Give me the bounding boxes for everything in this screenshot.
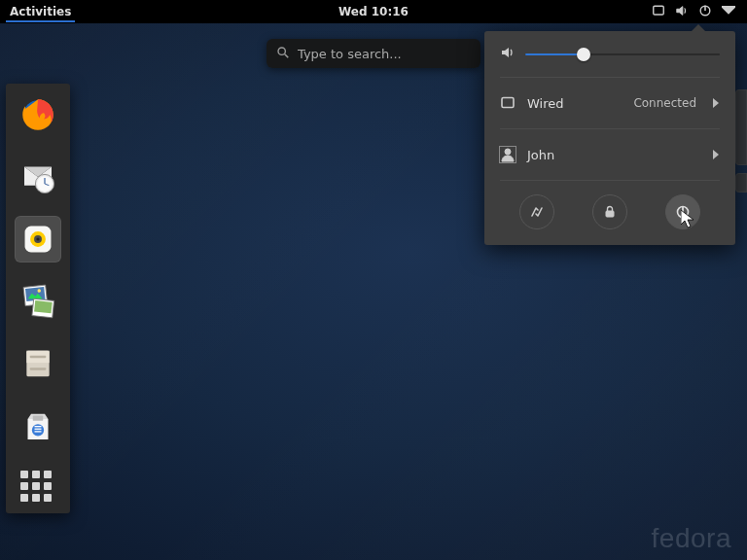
svg-rect-30 [606,211,614,217]
svg-rect-0 [654,6,664,15]
dash-app-photos[interactable] [15,278,61,325]
svg-point-3 [278,48,285,54]
volume-slider[interactable] [525,48,720,61]
network-type-label: Wired [527,96,622,111]
svg-rect-22 [30,368,47,370]
search-placeholder: Type to search... [298,47,402,61]
dash-app-firefox[interactable] [15,91,61,138]
power-icon [698,4,712,20]
system-menu: Wired Connected John [484,31,735,245]
top-bar: Activities Wed 10:16 [0,0,747,23]
svg-rect-27 [35,426,42,427]
volume-icon [500,45,516,63]
system-tray[interactable] [652,4,741,20]
show-applications-button[interactable] [20,471,55,506]
activities-button[interactable]: Activities [6,2,75,22]
svg-line-4 [285,53,289,57]
chevron-right-icon [712,148,720,162]
clock-label[interactable]: Wed 10:16 [338,5,409,18]
svg-point-29 [505,149,511,155]
volume-row [500,45,720,63]
avatar-icon [500,147,516,162]
user-row[interactable]: John [500,139,720,170]
separator [500,180,720,181]
search-icon [276,46,290,62]
svg-rect-18 [34,300,53,313]
svg-rect-23 [33,416,44,421]
svg-rect-26 [35,431,42,432]
dash-app-software[interactable] [15,402,61,449]
action-row [500,194,720,229]
dash-app-files[interactable] [15,340,61,387]
volume-icon [675,4,689,20]
settings-button[interactable] [519,194,554,229]
dash-app-rhythmbox[interactable] [15,216,61,262]
chevron-down-icon [722,4,735,20]
workspace-thumbnail[interactable] [735,173,747,192]
search-input[interactable]: Type to search... [267,39,480,68]
workspace-thumbnail[interactable] [735,89,747,165]
svg-rect-21 [30,356,47,359]
separator [500,77,720,78]
svg-rect-28 [502,98,514,108]
chevron-right-icon [712,96,720,111]
fedora-watermark: fedora [652,523,731,554]
wired-network-icon [500,95,516,111]
network-icon [652,4,665,20]
svg-point-13 [36,237,39,240]
separator [500,128,720,129]
dash [6,84,70,513]
network-row[interactable]: Wired Connected [500,88,720,119]
power-button[interactable] [665,194,700,229]
dash-app-mail[interactable] [15,154,61,200]
network-status-label: Connected [633,96,696,110]
svg-rect-25 [35,429,42,430]
user-name-label: John [527,148,700,162]
lock-button[interactable] [592,194,627,229]
